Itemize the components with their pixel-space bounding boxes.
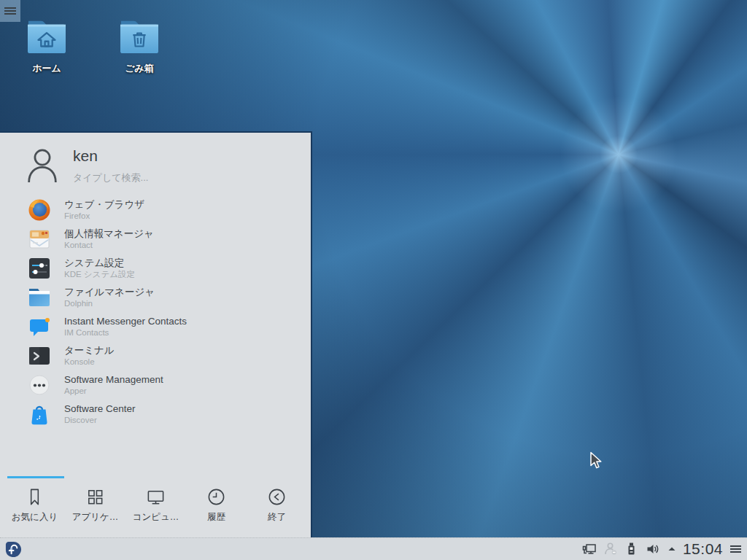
home-folder-icon <box>26 18 68 55</box>
item-title: ターミナル <box>64 345 115 357</box>
firefox-icon <box>28 198 51 222</box>
item-title: ファイルマネージャ <box>64 287 155 298</box>
desktop-icon-home[interactable]: ホーム <box>18 18 75 75</box>
im-contacts-icon <box>28 315 51 338</box>
network-icon[interactable] <box>582 542 597 556</box>
launcher-item-pim[interactable]: 個人情報マネージャ Kontact <box>0 225 311 254</box>
item-title: 個人情報マネージャ <box>64 228 154 240</box>
desktop: ホーム ごみ箱 ken <box>0 0 747 560</box>
item-title: システム設定 <box>64 257 135 269</box>
launcher-item-im-contacts[interactable]: Instant Messenger Contacts IM Contacts <box>0 312 311 341</box>
hamburger-icon <box>4 6 16 16</box>
tab-computer[interactable]: コンピュ… <box>125 484 186 524</box>
active-tab-indicator <box>7 476 64 478</box>
volume-icon[interactable] <box>646 542 660 556</box>
tab-label: 履歴 <box>207 511 225 524</box>
launcher-item-software-center[interactable]: Software Center Discover <box>0 400 311 429</box>
launcher-item-file-manager[interactable]: ファイルマネージャ Dolphin <box>0 283 311 312</box>
discover-icon <box>28 402 51 426</box>
tab-favorites[interactable]: お気に入り <box>4 484 65 524</box>
hamburger-icon <box>730 545 742 554</box>
konsole-icon <box>28 344 51 368</box>
application-launcher-menu: ken タイプして検索... ウェブ・ブラウザ <box>0 131 312 537</box>
apper-icon <box>28 373 51 397</box>
dolphin-icon <box>28 286 51 309</box>
launcher-item-terminal[interactable]: ターミナル Konsole <box>0 341 311 370</box>
tab-applications[interactable]: アプリケ… <box>65 484 125 524</box>
device-notifier-icon[interactable] <box>624 542 639 556</box>
desktop-icon-label: ホーム <box>32 62 61 75</box>
history-clock-icon <box>206 487 226 507</box>
leave-icon <box>267 487 287 507</box>
item-subtitle: Dolphin <box>64 299 155 309</box>
item-subtitle: KDE システム設定 <box>64 270 135 280</box>
tab-label: お気に入り <box>12 511 58 524</box>
search-input[interactable]: タイプして検索... <box>73 171 148 184</box>
taskbar: 15:04 <box>0 537 747 560</box>
fedora-logo-icon <box>6 541 21 556</box>
user-avatar-icon <box>26 147 58 184</box>
launcher-tab-bar: お気に入り アプリケ… <box>4 484 308 524</box>
desktop-icon-label: ごみ箱 <box>125 62 154 75</box>
item-subtitle: Konsole <box>64 357 115 368</box>
tab-label: 終了 <box>268 511 286 524</box>
mouse-cursor <box>589 451 605 470</box>
app-launcher-button[interactable] <box>5 541 22 558</box>
item-subtitle: Apper <box>64 386 163 397</box>
panel-overflow-button[interactable] <box>730 543 742 555</box>
item-subtitle: IM Contacts <box>64 328 187 338</box>
launcher-item-system-settings[interactable]: システム設定 KDE システム設定 <box>0 254 311 283</box>
item-title: ウェブ・ブラウザ <box>64 199 144 211</box>
item-title: Instant Messenger Contacts <box>64 316 187 327</box>
tab-leave[interactable]: 終了 <box>247 484 307 524</box>
desktop-toolbox-button[interactable] <box>0 0 20 22</box>
desktop-icon-trash[interactable]: ごみ箱 <box>111 18 168 75</box>
user-name: ken <box>73 147 148 165</box>
applications-grid-icon <box>85 487 105 507</box>
item-subtitle: Kontact <box>64 241 154 251</box>
computer-monitor-icon <box>146 487 166 507</box>
trash-folder-icon <box>118 18 160 55</box>
tab-label: アプリケ… <box>72 511 119 524</box>
clock[interactable]: 15:04 <box>683 540 723 558</box>
launcher-item-software-management[interactable]: Software Management Apper <box>0 370 311 400</box>
item-title: Software Management <box>64 374 163 386</box>
tab-history[interactable]: 履歴 <box>186 484 247 524</box>
launcher-header: ken タイプして検索... <box>26 147 148 184</box>
caret-up-icon[interactable] <box>667 544 677 554</box>
item-subtitle: Discover <box>64 416 136 426</box>
kontact-icon <box>28 228 51 251</box>
bookmark-icon <box>25 487 44 507</box>
tab-label: コンピュ… <box>133 511 179 524</box>
system-settings-icon <box>28 257 51 280</box>
launcher-item-web-browser[interactable]: ウェブ・ブラウザ Firefox <box>0 195 311 225</box>
favorites-list: ウェブ・ブラウザ Firefox 個人情報マネージャ Kontact <box>0 195 311 429</box>
item-title: Software Center <box>64 403 136 415</box>
system-tray: 15:04 <box>582 538 747 560</box>
item-subtitle: Firefox <box>64 211 144 222</box>
im-status-offline-icon[interactable] <box>603 542 618 556</box>
